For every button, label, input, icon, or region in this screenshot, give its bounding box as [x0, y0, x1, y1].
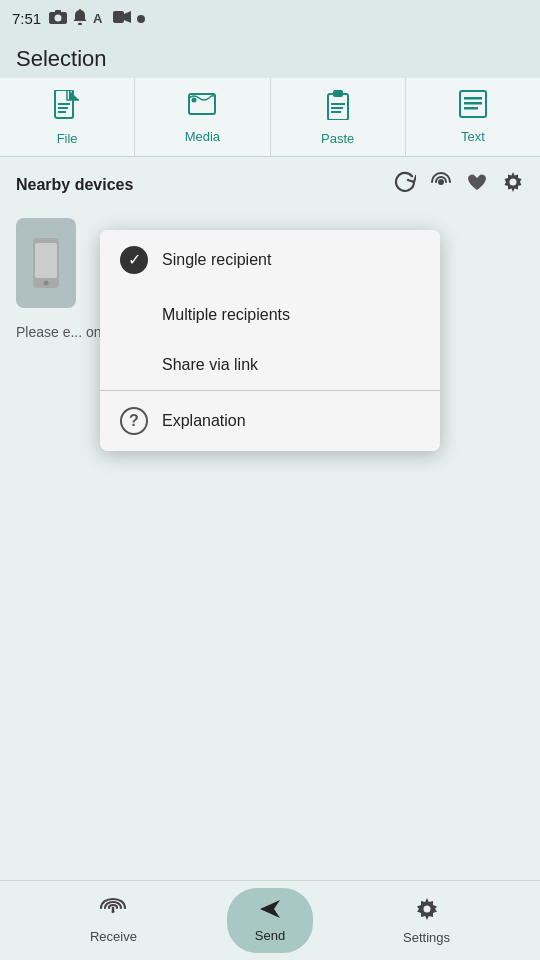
svg-rect-10	[58, 107, 68, 109]
svg-point-25	[510, 179, 517, 186]
svg-rect-16	[331, 103, 345, 105]
nav-receive[interactable]: Receive	[0, 897, 227, 944]
svg-rect-21	[464, 102, 482, 105]
status-bar: 7:51 A	[0, 0, 540, 36]
svg-point-3	[78, 22, 82, 25]
single-recipient-label: Single recipient	[162, 251, 271, 269]
text-icon	[459, 90, 487, 125]
file-icon	[53, 90, 81, 127]
dropdown-item-multiple[interactable]: Multiple recipients	[100, 290, 440, 340]
svg-rect-17	[331, 107, 343, 109]
dropdown-item-sharelink[interactable]: Share via link	[100, 340, 440, 390]
nearby-row: Nearby devices	[0, 157, 540, 208]
tab-text[interactable]: Text	[406, 78, 540, 156]
share-via-link-label: Share via link	[120, 356, 258, 374]
svg-rect-11	[58, 111, 66, 113]
settings-icon	[415, 896, 439, 926]
svg-point-1	[55, 14, 62, 21]
paste-icon	[325, 90, 351, 127]
send-arrow-icon	[258, 898, 282, 926]
dot-icon	[137, 10, 145, 26]
settings-label: Settings	[403, 930, 450, 945]
svg-point-23	[438, 179, 444, 185]
favorites-icon[interactable]	[466, 171, 488, 198]
tab-file-label: File	[57, 131, 78, 146]
nearby-icons	[394, 171, 524, 198]
explanation-label: Explanation	[162, 412, 246, 430]
svg-rect-9	[58, 103, 70, 105]
tab-media-label: Media	[185, 129, 220, 144]
check-icon: ✓	[120, 246, 148, 274]
svg-point-7	[137, 15, 145, 23]
nearby-label: Nearby devices	[16, 176, 394, 194]
bottom-nav: Receive Send Settings	[0, 880, 540, 960]
receive-icon	[100, 897, 126, 925]
video-icon	[113, 10, 131, 26]
svg-point-28	[44, 281, 49, 286]
svg-rect-15	[333, 90, 343, 97]
svg-point-30	[112, 910, 115, 913]
status-time: 7:51	[12, 10, 41, 27]
tab-file[interactable]: File	[0, 78, 135, 156]
send-label: Send	[255, 928, 285, 943]
svg-rect-18	[331, 111, 341, 113]
page-title: Selection	[16, 46, 107, 71]
tab-media[interactable]: Media	[135, 78, 270, 156]
question-icon: ?	[120, 407, 148, 435]
svg-rect-2	[55, 10, 61, 13]
tab-paste[interactable]: Paste	[271, 78, 406, 156]
tab-paste-label: Paste	[321, 131, 354, 146]
svg-marker-6	[124, 11, 131, 23]
top-tabs: File Media Paste	[0, 78, 540, 157]
svg-point-13	[192, 98, 197, 103]
settings-gear-icon[interactable]	[502, 171, 524, 198]
multiple-recipients-label: Multiple recipients	[120, 306, 290, 324]
radar-icon[interactable]	[430, 171, 452, 198]
receive-label: Receive	[90, 929, 137, 944]
nav-send[interactable]: Send	[227, 888, 313, 953]
refresh-icon[interactable]	[394, 171, 416, 198]
svg-point-32	[423, 906, 430, 913]
nav-settings[interactable]: Settings	[313, 896, 540, 945]
svg-text:A: A	[93, 11, 103, 24]
dropdown-item-explanation[interactable]: ? Explanation	[100, 391, 440, 451]
tab-text-label: Text	[461, 129, 485, 144]
dropdown-menu: ✓ Single recipient Multiple recipients S…	[100, 230, 440, 451]
bell-icon	[73, 9, 87, 28]
dropdown-item-single[interactable]: ✓ Single recipient	[100, 230, 440, 290]
svg-rect-5	[113, 11, 124, 23]
status-icons: A	[49, 9, 145, 28]
media-icon	[188, 90, 216, 125]
font-icon: A	[93, 10, 107, 27]
svg-rect-22	[464, 107, 478, 110]
photo-icon	[49, 10, 67, 27]
svg-rect-27	[35, 243, 57, 278]
header: Selection	[0, 36, 540, 78]
svg-rect-20	[464, 97, 482, 100]
svg-marker-31	[260, 900, 280, 918]
device-icon	[16, 218, 76, 308]
